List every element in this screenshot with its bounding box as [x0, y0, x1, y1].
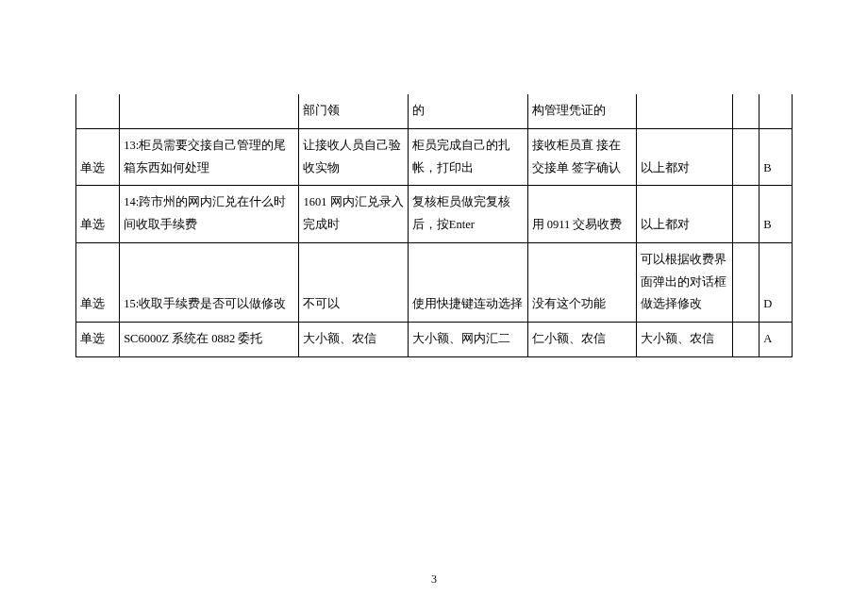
table-row: 单选 14:跨市州的网内汇兑在什么时间收取手续费 1601 网内汇兑录入完成时 …	[76, 186, 793, 243]
cell-option-d: 以上都对	[637, 128, 733, 186]
cell-option-d: 可以根据收费界面弹出的对话框做选择修改	[637, 242, 733, 322]
cell-question	[120, 94, 299, 128]
cell-question: 13:柜员需要交接自己管理的尾箱东西如何处理	[120, 128, 299, 186]
cell-question: 15:收取手续费是否可以做修改	[120, 242, 299, 322]
cell-option-d: 以上都对	[637, 186, 733, 243]
cell-type: 单选	[76, 128, 120, 186]
cell-type: 单选	[76, 323, 120, 357]
cell-option-c: 接收柜员直 接在交接单 签字确认	[527, 128, 636, 186]
cell-answer: B	[760, 128, 793, 186]
cell-option-b: 复核柜员做完复核后，按Enter	[408, 186, 527, 243]
cell-option-c: 仁小额、农信	[527, 323, 636, 357]
document-page: 部门领 的 构管理凭证的 单选 13:柜员需要交接自己管理的尾箱东西如何处理 让…	[0, 0, 868, 613]
table-row: 单选 SC6000Z 系统在 0882 委托 大小额、农信 大小额、网内汇二 仁…	[76, 323, 793, 357]
table-row: 部门领 的 构管理凭证的	[76, 94, 793, 128]
cell-type	[76, 94, 120, 128]
cell-option-a: 部门领	[299, 94, 408, 128]
cell-answer: D	[760, 242, 793, 322]
cell-answer	[760, 94, 793, 128]
cell-option-a: 大小额、农信	[299, 323, 408, 357]
cell-option-e	[732, 186, 760, 243]
cell-question: SC6000Z 系统在 0882 委托	[120, 323, 299, 357]
cell-option-e	[732, 323, 760, 357]
cell-option-b: 柜员完成自己的扎帐，打印出	[408, 128, 527, 186]
cell-option-b: 使用快捷键连动选择	[408, 242, 527, 322]
cell-option-e	[732, 94, 760, 128]
cell-question: 14:跨市州的网内汇兑在什么时间收取手续费	[120, 186, 299, 243]
cell-option-a: 不可以	[299, 242, 408, 322]
cell-option-d	[637, 94, 733, 128]
cell-type: 单选	[76, 242, 120, 322]
cell-option-c: 用 0911 交易收费	[527, 186, 636, 243]
cell-option-d: 大小额、农信	[637, 323, 733, 357]
cell-option-a: 1601 网内汇兑录入完成时	[299, 186, 408, 243]
cell-answer: A	[760, 323, 793, 357]
cell-option-c: 构管理凭证的	[527, 94, 636, 128]
cell-option-e	[732, 242, 760, 322]
question-table: 部门领 的 构管理凭证的 单选 13:柜员需要交接自己管理的尾箱东西如何处理 让…	[75, 94, 793, 357]
cell-option-e	[732, 128, 760, 186]
table-row: 单选 15:收取手续费是否可以做修改 不可以 使用快捷键连动选择 没有这个功能 …	[76, 242, 793, 322]
cell-option-b: 大小额、网内汇二	[408, 323, 527, 357]
page-number: 3	[0, 572, 868, 587]
cell-answer: B	[760, 186, 793, 243]
cell-option-c: 没有这个功能	[527, 242, 636, 322]
table-row: 单选 13:柜员需要交接自己管理的尾箱东西如何处理 让接收人员自己验收实物 柜员…	[76, 128, 793, 186]
cell-option-a: 让接收人员自己验收实物	[299, 128, 408, 186]
cell-option-b: 的	[408, 94, 527, 128]
cell-type: 单选	[76, 186, 120, 243]
